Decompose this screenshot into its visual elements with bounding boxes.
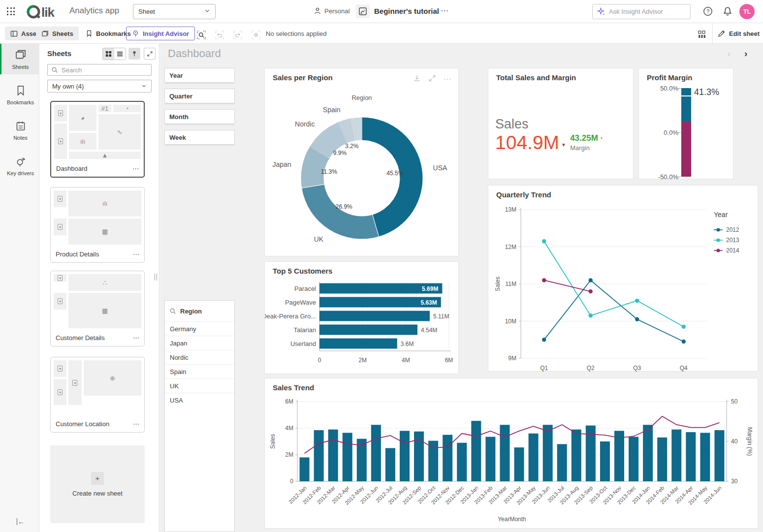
- next-sheet-icon[interactable]: ›: [744, 48, 747, 59]
- svg-text:2M: 2M: [358, 357, 367, 364]
- sheet-thumbnail-product-details[interactable]: ▾ılı▾▦Product Details⋯: [50, 187, 145, 263]
- pin-panel-icon[interactable]: [128, 48, 140, 60]
- svg-text:9M: 9M: [508, 355, 516, 362]
- sheet-title: Dashboard: [168, 47, 221, 60]
- region-item-spain[interactable]: Spain: [165, 364, 234, 378]
- sheet-more-icon[interactable]: ⋯: [132, 165, 139, 172]
- qlik-app-window: lik Analytics app Sheet Personal Beginne…: [0, 0, 763, 532]
- rail-item-bookmarks[interactable]: Bookmarks: [0, 80, 39, 110]
- app-more-menu-icon[interactable]: ⋯: [441, 6, 449, 15]
- create-new-sheet-button[interactable]: + Create new sheet: [50, 445, 145, 523]
- filter-year[interactable]: Year: [164, 68, 235, 83]
- profit-margin-gauge[interactable]: 50.0%0.0%-50.0%41.3%: [639, 68, 734, 180]
- region-filter-header[interactable]: Region: [165, 301, 234, 321]
- rail-item-sheets[interactable]: Sheets: [0, 44, 39, 74]
- selections-back-icon[interactable]: [214, 30, 225, 40]
- region-item-germany[interactable]: Germany: [165, 321, 234, 336]
- pivot-icon: ▦: [68, 219, 141, 245]
- rank-icon: #1: [98, 105, 111, 112]
- sheet-selector-dropdown[interactable]: Sheet: [133, 4, 216, 19]
- sheet-grid-icon[interactable]: [697, 30, 707, 41]
- left-rail: SheetsBookmarksNotesKey drivers ←: [0, 44, 39, 532]
- sheet-more-icon[interactable]: ⋯: [133, 420, 139, 428]
- filter-quarter[interactable]: Quarter: [164, 89, 235, 103]
- collapse-panel-icon[interactable]: ←: [17, 518, 25, 525]
- sheet-thumbnail-customer-location[interactable]: ▾▾▾⊕Customer Location⋯: [50, 357, 145, 433]
- rail-item-label: Notes: [13, 135, 28, 141]
- smart-search-icon[interactable]: [196, 30, 207, 40]
- edit-sheet-button[interactable]: Edit sheet: [718, 27, 760, 40]
- region-item-japan[interactable]: Japan: [165, 336, 234, 350]
- sales-trend-card[interactable]: Sales Trend 02M4M6M3040502012-Jan2012-Fe…: [264, 378, 758, 529]
- top5-customers-card[interactable]: Top 5 Customers 02M4M6MParacel5.69MPageW…: [264, 261, 459, 374]
- svg-text:Year: Year: [714, 211, 728, 219]
- sheet-thumbnail-dashboard[interactable]: ▾◕#1◔∿▾ılı▲Dashboard⋯: [50, 101, 145, 178]
- area-icon: ▲: [69, 152, 141, 159]
- insight-advisor-search[interactable]: [592, 4, 691, 19]
- list-view-icon[interactable]: [114, 48, 126, 60]
- app-icon[interactable]: [356, 4, 370, 18]
- top5-customers-bar-chart[interactable]: 02M4M6MParacel5.69MPageWave5.63MDeak-Per…: [265, 262, 459, 375]
- scatter-icon: ∴: [68, 274, 141, 291]
- expand-panel-icon[interactable]: [144, 48, 156, 60]
- sheet-thumbnail-customer-details[interactable]: ▾∴▾▦Customer Details⋯: [50, 271, 145, 346]
- line-icon: ∿: [98, 114, 141, 150]
- svg-text:Nordic: Nordic: [295, 120, 315, 128]
- profit-margin-card[interactable]: Profit Margin 50.0%0.0%-50.0%41.3%: [638, 68, 733, 179]
- svg-text:Sales: Sales: [269, 434, 276, 449]
- ask-insight-advisor-input[interactable]: [609, 8, 683, 15]
- sheet-more-icon[interactable]: ⋯: [133, 250, 139, 258]
- sales-per-region-donut-chart[interactable]: RegionUSA45.5%UK26.9%Japan11.3%Nordic9.9…: [265, 68, 459, 257]
- clear-selections-icon[interactable]: [251, 30, 261, 40]
- region-item-usa[interactable]: USA: [165, 393, 234, 407]
- search-icon: [51, 66, 58, 73]
- gauge-tick-label: -50.0%: [653, 173, 678, 181]
- notifications-bell-icon[interactable]: [723, 6, 732, 18]
- bookmark-icon: [15, 85, 26, 97]
- space-selector[interactable]: Personal: [314, 7, 350, 15]
- gauge-value-marker: [681, 95, 691, 97]
- tab-sheets[interactable]: Sheets: [36, 27, 79, 40]
- svg-text:Q4: Q4: [680, 365, 688, 372]
- qlik-logo: lik: [26, 3, 65, 20]
- quarterly-trend-card[interactable]: Quarterly Trend 9M10M11M12M13MQ1Q2Q3Q4Sa…: [488, 185, 758, 372]
- sheet-more-icon[interactable]: ⋯: [133, 334, 139, 342]
- svg-text:Q1: Q1: [540, 365, 548, 372]
- previous-sheet-icon[interactable]: ‹: [728, 48, 731, 59]
- svg-text:Region: Region: [351, 94, 372, 101]
- lightbulb-icon: [132, 30, 139, 37]
- rail-item-label: Bookmarks: [7, 99, 34, 105]
- help-icon[interactable]: ?: [703, 6, 713, 18]
- panel-resize-handle[interactable]: [155, 274, 157, 281]
- tab-insight-advisor[interactable]: Insight Advisor: [126, 27, 195, 40]
- sales-trend-combo-chart[interactable]: 02M4M6M3040502012-Jan2012-Feb2012-Mar201…: [265, 378, 759, 529]
- filter-month[interactable]: Month: [164, 109, 235, 124]
- selections-forward-icon[interactable]: [232, 30, 243, 40]
- svg-text:4.54M: 4.54M: [421, 327, 437, 334]
- key-drivers-icon: [15, 156, 26, 168]
- app-title[interactable]: Beginner's tutorial: [374, 7, 439, 15]
- region-item-nordic[interactable]: Nordic: [165, 350, 234, 364]
- sheet-name: Customer Location: [56, 420, 109, 428]
- region-item-uk[interactable]: UK: [165, 378, 234, 393]
- sheet-name: Product Details: [56, 250, 99, 258]
- region-filter-listbox: Region GermanyJapanNordicSpainUKUSA: [164, 300, 235, 532]
- filter-week[interactable]: Week: [164, 130, 235, 145]
- rail-item-notes[interactable]: Notes: [0, 116, 39, 145]
- quarterly-trend-line-chart[interactable]: 9M10M11M12M13MQ1Q2Q3Q4SalesYear201220132…: [488, 186, 759, 372]
- pencil-icon: [718, 30, 726, 37]
- grid-view-icon[interactable]: [103, 48, 114, 60]
- avatar[interactable]: TL: [739, 4, 755, 19]
- sheets-search[interactable]: [47, 64, 152, 76]
- app-launcher-icon[interactable]: [7, 7, 15, 16]
- total-sales-margin-card[interactable]: Total Sales and Margin Sales 104.9M ▾ 43…: [488, 68, 634, 179]
- rail-item-key-drivers[interactable]: Key drivers: [0, 151, 39, 181]
- collection-filter-dropdown[interactable]: My own (4): [47, 80, 152, 93]
- svg-text:11M: 11M: [506, 281, 516, 287]
- sheets-search-input[interactable]: [62, 66, 145, 74]
- bar-icon: ılı: [69, 133, 96, 150]
- selections-status: No selections applied: [266, 30, 327, 37]
- sales-per-region-card[interactable]: Sales per Region ⋯ RegionUSA45.5%UK26.9%…: [264, 68, 459, 256]
- svg-text:2013: 2013: [726, 237, 739, 244]
- rail-item-label: Sheets: [12, 64, 29, 70]
